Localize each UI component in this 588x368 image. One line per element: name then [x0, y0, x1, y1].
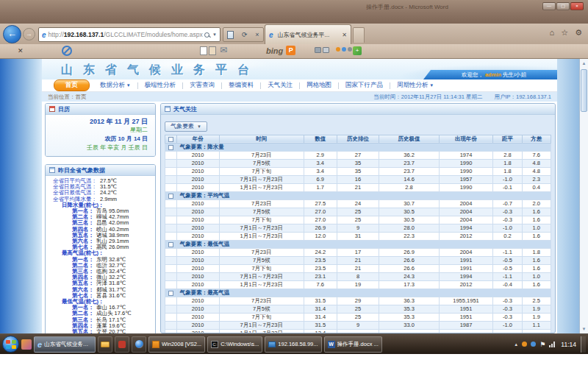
taskbar-task-button[interactable]: 192.168.58.99...: [265, 336, 321, 353]
close-button[interactable]: ×: [570, 2, 584, 10]
plugin-p-badge-icon[interactable]: P: [286, 46, 295, 55]
tray-orange-icon[interactable]: [522, 342, 527, 347]
nav-item-1[interactable]: 数据分析 ▼: [93, 81, 137, 90]
show-desktop-button[interactable]: [581, 336, 586, 353]
table-header-cell: 数值: [304, 135, 337, 143]
table-cell: 12.0: [304, 232, 337, 240]
scroll-down-icon[interactable]: ▼: [580, 325, 588, 333]
compatibility-view-icon[interactable]: [227, 31, 234, 39]
nav-item-3[interactable]: 灾害查询: [183, 81, 221, 90]
taskbar-clock[interactable]: 11:14: [561, 341, 576, 348]
taskbar-tasks: Win2008 [VS2...C:C:\Windows\s...192.168.…: [148, 336, 382, 353]
toolbar-close-icon[interactable]: ✕: [18, 47, 24, 54]
table-cell: 7月5候: [219, 256, 304, 264]
table-cell: 21: [337, 256, 379, 264]
home-icon[interactable]: ⌂: [550, 28, 555, 38]
pinned-folder-button[interactable]: [98, 336, 112, 353]
pinned-media-player-button[interactable]: [132, 336, 146, 353]
taskbar-browser-label: 山东省气候业务平...: [44, 341, 92, 348]
nav-item-8[interactable]: 周期性分析 ▼: [390, 81, 440, 90]
table-group-row[interactable]: 气象要素：最高气温: [165, 289, 551, 297]
checkbox-icon[interactable]: [168, 137, 173, 142]
mail-icon[interactable]: ✉: [220, 45, 227, 55]
rank-number: 第五名：: [72, 328, 94, 333]
windows-start-icon[interactable]: [2, 336, 19, 353]
snapshot-plugin-icon[interactable]: [315, 47, 329, 53]
checkbox-icon[interactable]: [168, 242, 173, 247]
taskbar-task-button[interactable]: Win2008 [VS2...: [148, 336, 205, 353]
chevron-down-icon[interactable]: ▼: [212, 32, 217, 37]
table-cell: 31.5: [304, 321, 337, 329]
nav-item-2[interactable]: 极端性分析: [138, 81, 183, 90]
table-row: 20101月1日～7月23日7.61917.32012-0.41.6: [165, 280, 551, 289]
misc-plugin-icon[interactable]: [336, 47, 352, 52]
back-button[interactable]: ←: [3, 25, 21, 43]
puzzle-plugin-icon[interactable]: +: [353, 46, 362, 55]
nav-item-7[interactable]: 国家下行产品: [339, 81, 390, 90]
element-filter-button[interactable]: 气象要素 ▼: [165, 121, 207, 132]
table-cell: 25: [337, 216, 379, 224]
scrollbar-thumb[interactable]: [581, 69, 587, 112]
new-tab-button[interactable]: [353, 27, 365, 43]
welcome-username: admin: [485, 71, 501, 78]
system-tray: ▲ ⚑ 11:14: [514, 341, 578, 348]
checkbox-icon[interactable]: [168, 194, 173, 199]
gear-icon[interactable]: ⚙: [575, 28, 582, 38]
maximize-button[interactable]: ▢: [556, 2, 570, 10]
nav-item-5[interactable]: 天气关注: [261, 81, 299, 90]
table-cell: 2010: [176, 216, 219, 224]
taskbar-small-icon[interactable]: [21, 339, 32, 350]
table-cell: 6.9: [304, 175, 337, 183]
plugin-cards-icon[interactable]: [200, 46, 216, 55]
taskbar-task-button[interactable]: W操作手册.docx ...: [324, 336, 382, 353]
checkbox-icon[interactable]: [168, 291, 173, 296]
table-header-cell: 距平: [493, 135, 522, 143]
blocked-circle-icon[interactable]: [62, 46, 72, 56]
table-cell: -0.3: [493, 313, 522, 321]
table-cell: -1.0: [493, 321, 522, 329]
minimize-button[interactable]: —: [542, 2, 556, 10]
taskbar-task-label: C:\Windows\s...: [220, 341, 259, 347]
row-checkbox-cell: [165, 159, 177, 167]
pinned-red-app-button[interactable]: [115, 336, 129, 353]
table-cell: 2.0: [522, 199, 551, 208]
browser-tab[interactable]: e 山东省气候业务平... ✕: [265, 24, 351, 44]
checkbox-icon[interactable]: [168, 145, 173, 150]
table-group-row[interactable]: 气象要素：平均气温: [165, 191, 551, 199]
scroll-up-icon[interactable]: ▲: [580, 59, 588, 68]
bing-toolbar[interactable]: bing P: [266, 46, 295, 55]
table-cell: 2.3: [522, 175, 551, 183]
page-scrollbar[interactable]: ▲ ▼: [579, 59, 588, 333]
windows-flag-red: [6, 340, 10, 344]
taskbar-browser-button[interactable]: e 山东省气候业务平...: [34, 336, 96, 353]
action-center-flag-icon[interactable]: ⚑: [539, 341, 545, 348]
nav-item-0[interactable]: 首页: [54, 79, 90, 91]
table-header-row: 年份时间数值历史排位历史极值出现年份距平方差: [165, 135, 551, 143]
table-cell: 30.5: [379, 216, 439, 224]
favorites-star-icon[interactable]: ☆: [561, 28, 568, 38]
forward-button[interactable]: →: [23, 28, 35, 40]
calendar-ganzhi: 壬辰 年 辛亥 月 壬辰 日: [46, 144, 155, 152]
row-checkbox-cell: [165, 216, 177, 224]
calendar-date: 2012 年 11 月 27 日: [46, 117, 155, 126]
search-icon[interactable]: [204, 32, 209, 38]
row-checkbox-cell: [165, 305, 177, 313]
nav-item-6[interactable]: 网格地图: [300, 81, 338, 90]
table-group-row[interactable]: 气象要素：最低气温: [165, 240, 551, 248]
nav-item-4[interactable]: 整编资料: [222, 81, 260, 90]
table-group-row[interactable]: 气象要素：降水量: [165, 143, 551, 151]
tray-expand-icon[interactable]: ▲: [514, 342, 518, 347]
tab-close-icon[interactable]: ✕: [342, 32, 347, 38]
address-bar-tools: ▼: [204, 32, 217, 38]
taskbar-task-button[interactable]: C:C:\Windows\s...: [207, 336, 262, 353]
camera-icon: [323, 47, 329, 53]
refresh-icon[interactable]: ⟳: [242, 31, 248, 38]
network-icon[interactable]: [549, 342, 555, 347]
tray-blue-icon[interactable]: [531, 342, 536, 347]
background-window-title: 操作手册.docx - Microsoft Word: [366, 3, 448, 11]
status-right: 当前时间：2012年11月27日 11:14:31 星期二 用户IP：192.1…: [373, 93, 551, 101]
stop-icon[interactable]: ×: [255, 31, 259, 38]
address-bar[interactable]: e http://192.168.137.1/GLCCLIMATE/module…: [38, 27, 220, 42]
table-cell: 1.6: [522, 264, 551, 272]
table-cell: 2004: [439, 248, 493, 256]
